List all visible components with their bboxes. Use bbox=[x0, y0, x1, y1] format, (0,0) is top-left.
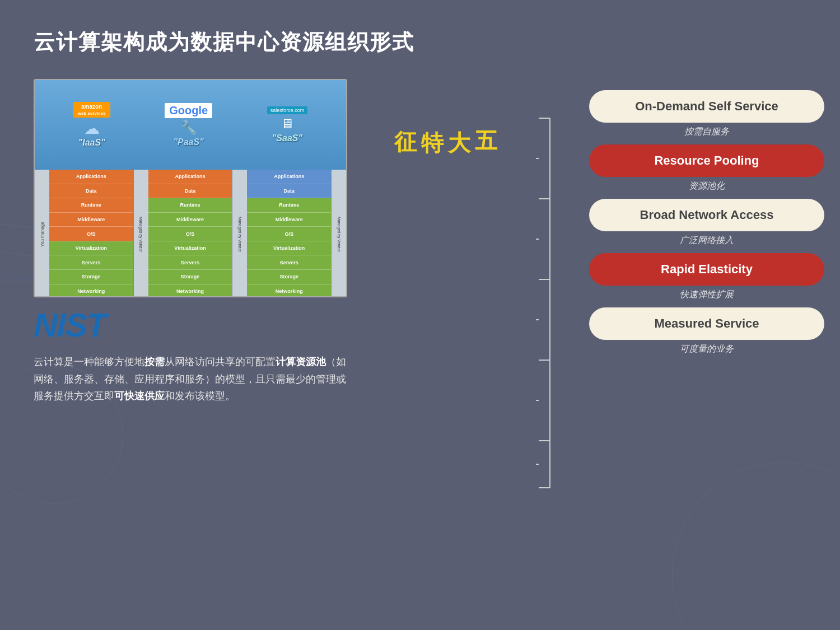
desc-part-2: 从网络访问共享的可配置 bbox=[165, 356, 276, 367]
nist-n: N bbox=[34, 306, 57, 344]
saas-row-storage: Storage bbox=[247, 270, 331, 284]
rapid-elasticity-label: Rapid Elasticity bbox=[661, 262, 753, 276]
iaas-row-app: Applications bbox=[49, 170, 133, 184]
feature-box-broad-network: Broad Network Access bbox=[589, 199, 824, 231]
iaas-row-data: Data bbox=[49, 184, 133, 199]
google-logo-area: Google 🔧 "PaaS" bbox=[165, 103, 212, 147]
bracket-svg bbox=[533, 85, 556, 521]
desc-bold-1: 按需 bbox=[144, 356, 165, 367]
nist-i: I bbox=[57, 306, 65, 344]
page-title: 云计算架构成为数据中心资源组织形式 bbox=[34, 28, 806, 57]
saas-row-virt: Virtualization bbox=[247, 241, 331, 256]
you-manage-label: You manage bbox=[35, 170, 49, 297]
cloud-diagram: amazonweb services ☁ "IaaS" Google 🔧 "Pa… bbox=[34, 79, 347, 297]
desc-bold-2: 计算资源池 bbox=[276, 356, 326, 367]
nist-t: T bbox=[86, 306, 106, 344]
broad-network-subtitle: 广泛网络接入 bbox=[680, 235, 734, 246]
iaas-label: "IaaS" bbox=[73, 138, 110, 148]
measured-service-subtitle: 可度量的业务 bbox=[680, 343, 734, 355]
resource-pooling-label: Resource Pooling bbox=[654, 153, 759, 167]
resource-pooling-subtitle: 资源池化 bbox=[689, 180, 725, 192]
bracket-area bbox=[533, 79, 556, 521]
desc-bold-3: 可快速供应 bbox=[114, 390, 165, 402]
five-features-label: 五大特征 bbox=[392, 113, 500, 117]
iaas-col: Applications Data Runtime Middleware O/S… bbox=[49, 170, 134, 297]
measured-service-label: Measured Service bbox=[654, 316, 759, 330]
saas-row-app: Applications bbox=[247, 170, 331, 184]
paas-row-servers: Servers bbox=[148, 255, 232, 270]
iaas-row-storage: Storage bbox=[49, 270, 133, 284]
paas-row-runtime: Runtime bbox=[148, 198, 232, 213]
salesforce-logo-area: salesforce.com 🖥 "SaaS" bbox=[267, 106, 308, 143]
feature-broad-network: Broad Network Access 广泛网络接入 bbox=[589, 199, 824, 246]
desc-part-1: 云计算是一种能够方便地 bbox=[34, 356, 144, 367]
left-panel: amazonweb services ☁ "IaaS" Google 🔧 "Pa… bbox=[34, 79, 358, 405]
description-text: 云计算是一种能够方便地按需从网络访问共享的可配置计算资源池（如网络、服务器、存储… bbox=[34, 353, 347, 405]
paas-col: Applications Data Runtime Middleware O/S… bbox=[148, 170, 233, 297]
salesforce-logo: salesforce.com bbox=[267, 106, 308, 114]
managed-by-vendor-label-3: Managed by Vendor bbox=[332, 170, 346, 297]
feature-box-on-demand: On-Demand Self Service bbox=[589, 90, 824, 123]
monitor-icon: 🖥 bbox=[267, 116, 308, 132]
saas-row-data: Data bbox=[247, 184, 331, 199]
center-label: 五大特征 bbox=[392, 79, 500, 117]
managed-by-vendor-label-2: Managed by Vendor bbox=[232, 170, 247, 297]
saas-row-middleware: Middleware bbox=[247, 213, 331, 227]
cloud-icon-amazon: ☁ bbox=[73, 119, 110, 138]
iaas-row-middleware: Middleware bbox=[49, 213, 133, 227]
iaas-row-os: O/S bbox=[49, 227, 133, 241]
rapid-elasticity-subtitle: 快速弹性扩展 bbox=[680, 289, 734, 301]
paas-row-network: Networking bbox=[148, 284, 232, 298]
paas-row-data: Data bbox=[148, 184, 232, 199]
saas-row-servers: Servers bbox=[247, 255, 331, 270]
paas-row-middleware: Middleware bbox=[148, 213, 232, 227]
amazon-logo: amazonweb services bbox=[73, 102, 110, 118]
nist-text: NIST bbox=[34, 309, 358, 342]
nist-s: S bbox=[65, 306, 86, 344]
iaas-row-runtime: Runtime bbox=[49, 198, 133, 213]
feature-box-resource-pooling: Resource Pooling bbox=[589, 144, 824, 177]
feature-measured-service: Measured Service 可度量的业务 bbox=[589, 307, 824, 355]
paas-row-app: Applications bbox=[148, 170, 232, 184]
broad-network-label: Broad Network Access bbox=[640, 208, 774, 222]
saas-row-network: Networking bbox=[247, 284, 331, 298]
diagram-bottom: You manage Applications Data Runtime Mid… bbox=[35, 170, 346, 297]
saas-row-runtime: Runtime bbox=[247, 198, 331, 213]
iaas-row-servers: Servers bbox=[49, 255, 133, 270]
desc-part-4: 和发布该模型。 bbox=[165, 390, 235, 402]
right-panel: On-Demand Self Service 按需自服务 Resource Po… bbox=[589, 79, 824, 355]
saas-row-os: O/S bbox=[247, 227, 331, 241]
feature-rapid-elasticity: Rapid Elasticity 快速弹性扩展 bbox=[589, 253, 824, 301]
managed-by-vendor-label-1: Managed by Vendor bbox=[134, 170, 148, 297]
main-content: amazonweb services ☁ "IaaS" Google 🔧 "Pa… bbox=[34, 79, 806, 521]
diagram-top: amazonweb services ☁ "IaaS" Google 🔧 "Pa… bbox=[35, 80, 346, 170]
page-container: 云计算架构成为数据中心资源组织形式 amazonweb services ☁ "… bbox=[0, 0, 840, 544]
saas-col: Applications Data Runtime Middleware O/S… bbox=[247, 170, 332, 297]
on-demand-subtitle: 按需自服务 bbox=[684, 126, 729, 138]
feature-resource-pooling: Resource Pooling 资源池化 bbox=[589, 144, 824, 192]
iaas-row-virt: Virtualization bbox=[49, 241, 133, 256]
paas-row-os: O/S bbox=[148, 227, 232, 241]
feature-on-demand: On-Demand Self Service 按需自服务 bbox=[589, 90, 824, 138]
saas-label: "SaaS" bbox=[267, 133, 308, 143]
iaas-row-network: Networking bbox=[49, 284, 133, 298]
google-logo: Google bbox=[165, 103, 212, 118]
paas-row-virt: Virtualization bbox=[148, 241, 232, 256]
nist-logo: NIST bbox=[34, 309, 358, 342]
on-demand-label: On-Demand Self Service bbox=[635, 99, 778, 113]
feature-box-measured-service: Measured Service bbox=[589, 307, 824, 340]
feature-box-rapid-elasticity: Rapid Elasticity bbox=[589, 253, 824, 286]
paas-row-storage: Storage bbox=[148, 270, 232, 284]
amazon-logo-area: amazonweb services ☁ "IaaS" bbox=[73, 102, 110, 148]
tools-icon: 🔧 bbox=[165, 120, 212, 136]
paas-label: "PaaS" bbox=[165, 137, 212, 147]
